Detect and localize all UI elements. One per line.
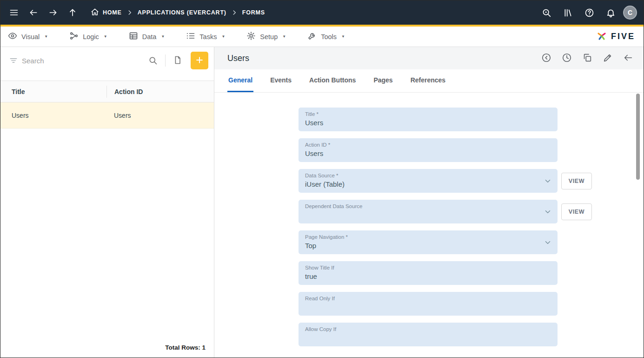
copy-icon: [582, 53, 592, 64]
notifications-button[interactable]: [602, 4, 619, 21]
field-label: Page Navigation *: [305, 234, 551, 240]
search-input[interactable]: [22, 57, 141, 65]
back-button[interactable]: [25, 4, 42, 21]
detail-header: Users: [214, 47, 644, 69]
field-label: Action ID *: [305, 142, 551, 148]
revert-button[interactable]: [538, 50, 554, 66]
breadcrumb-home[interactable]: HOME: [91, 8, 122, 18]
dependent-data-source-select[interactable]: Dependent Data Source: [299, 200, 558, 223]
branch-icon: [69, 31, 79, 42]
help-button[interactable]: [580, 4, 598, 21]
pencil-icon: [603, 53, 613, 64]
row-action-id-cell: Users: [106, 112, 214, 119]
edit-button[interactable]: [600, 50, 616, 66]
field-value: iUser (Table): [305, 180, 551, 189]
arrow-left-icon: [623, 53, 633, 64]
menu-tools-label: Tools: [321, 33, 337, 41]
field-label: Show Title If: [305, 265, 551, 270]
user-avatar[interactable]: C: [623, 6, 637, 20]
topbar: HOME APPLICATIONS (EVERCART) FORMS: [0, 0, 644, 25]
field-row: Data Source * iUser (Table) VIEW: [299, 169, 644, 193]
caret-down-icon: ▼: [341, 34, 345, 39]
caret-down-icon: ▼: [161, 34, 165, 39]
field-value: Users: [305, 149, 551, 158]
menu-setup[interactable]: Setup ▼: [246, 31, 286, 42]
tab-events[interactable]: Events: [269, 69, 292, 92]
add-record-button[interactable]: [191, 52, 208, 69]
content: Title Action ID Users Users Total Rows: …: [0, 47, 644, 358]
up-button[interactable]: [64, 4, 81, 21]
collapse-button[interactable]: [620, 50, 636, 66]
action-id-field[interactable]: Action ID * Users: [299, 138, 558, 162]
copy-button[interactable]: [579, 50, 595, 66]
page-navigation-select[interactable]: Page Navigation * Top: [299, 230, 558, 254]
menu-tasks[interactable]: Tasks ▼: [186, 31, 225, 42]
bell-icon: [606, 8, 616, 18]
topbar-right: C: [538, 4, 637, 21]
field-row: Read Only If: [299, 292, 644, 316]
records-panel: Title Action ID Users Users Total Rows: …: [0, 47, 214, 358]
menu-logic-label: Logic: [83, 33, 99, 41]
table-row[interactable]: Users Users: [0, 102, 214, 128]
filter-icon[interactable]: [9, 56, 18, 65]
menu-data[interactable]: Data ▼: [129, 31, 165, 42]
home-icon: [91, 8, 99, 18]
column-header-action-id[interactable]: Action ID: [106, 86, 214, 98]
allow-copy-if-field[interactable]: Allow Copy If: [299, 323, 558, 346]
tab-references[interactable]: References: [410, 69, 447, 92]
gear-icon: [246, 31, 256, 42]
menu-setup-label: Setup: [260, 33, 278, 41]
breadcrumb-applications[interactable]: APPLICATIONS (EVERCART): [138, 9, 226, 16]
app-window: HOME APPLICATIONS (EVERCART) FORMS: [0, 0, 644, 358]
row-title-cell: Users: [0, 112, 106, 119]
title-field[interactable]: Title * Users: [299, 108, 558, 131]
field-value: true: [305, 272, 551, 281]
field-row: Allow Copy If: [299, 323, 644, 346]
document-button[interactable]: [169, 52, 186, 69]
forward-button[interactable]: [44, 4, 62, 21]
dependent-data-source-view-button[interactable]: VIEW: [561, 203, 592, 220]
checklist-icon: [186, 31, 195, 42]
forward-arrow-icon: [48, 8, 58, 17]
field-value: Top: [305, 241, 551, 250]
caret-down-icon: ▼: [44, 34, 48, 39]
inspect-button[interactable]: [538, 4, 555, 21]
caret-down-icon: ▼: [282, 34, 286, 39]
show-title-if-field[interactable]: Show Title If true: [299, 261, 558, 285]
hamburger-menu-button[interactable]: [5, 4, 23, 21]
tab-action-buttons[interactable]: Action Buttons: [308, 69, 357, 92]
field-row: Action ID * Users: [299, 138, 644, 162]
field-value: Users: [305, 118, 551, 128]
breadcrumb-chevron-icon: [126, 9, 133, 16]
document-icon: [173, 55, 182, 66]
field-value: [305, 303, 551, 312]
field-value: [305, 333, 551, 343]
data-source-view-button[interactable]: VIEW: [561, 173, 592, 189]
column-header-title[interactable]: Title: [0, 88, 106, 95]
five-logo-icon: [596, 30, 607, 43]
history-button[interactable]: [559, 50, 575, 66]
field-label: Allow Copy If: [305, 326, 551, 332]
vertical-scrollbar[interactable]: [636, 94, 640, 180]
menu-tools[interactable]: Tools ▼: [307, 31, 345, 42]
eye-icon: [8, 31, 17, 42]
field-label: Title *: [305, 111, 551, 117]
five-logo-text: FIVE: [611, 32, 635, 41]
total-rows-label: Total Rows: 1: [0, 338, 214, 358]
menu-visual[interactable]: Visual ▼: [8, 31, 48, 42]
menu-tasks-label: Tasks: [199, 33, 217, 41]
breadcrumb-chevron-icon: [231, 9, 238, 16]
data-source-select[interactable]: Data Source * iUser (Table): [299, 169, 558, 193]
library-button[interactable]: [559, 4, 577, 21]
menu-logic[interactable]: Logic ▼: [69, 31, 107, 42]
tab-pages[interactable]: Pages: [372, 69, 393, 92]
field-label: Read Only If: [305, 296, 551, 301]
caret-down-icon: ▼: [104, 34, 107, 39]
search-icon[interactable]: [145, 56, 161, 65]
read-only-if-field[interactable]: Read Only If: [299, 292, 558, 316]
chevron-down-icon: [544, 177, 552, 185]
breadcrumb-forms[interactable]: FORMS: [242, 9, 265, 16]
hamburger-icon: [9, 8, 19, 17]
tab-general[interactable]: General: [227, 69, 253, 92]
up-arrow-icon: [68, 8, 77, 17]
